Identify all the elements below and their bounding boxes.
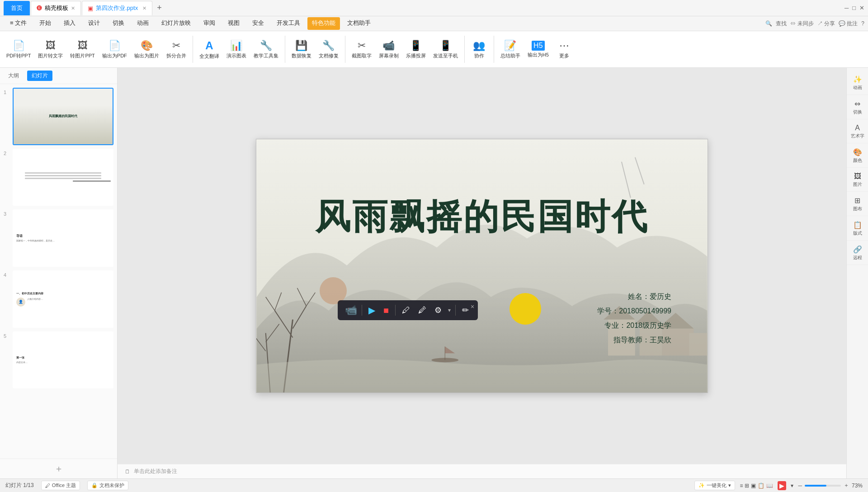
user-maximize[interactable]: □	[852, 5, 856, 11]
doc-protect-button[interactable]: 🔒 文档未保护	[87, 481, 128, 490]
add-slide-button[interactable]: ＋	[54, 463, 63, 475]
slide-thumb-5[interactable]: 第一张 内容文本…	[13, 331, 113, 389]
tab-add-button[interactable]: +	[153, 1, 165, 15]
share-label[interactable]: ↗ 分享	[817, 20, 835, 28]
tab-start[interactable]: 开始	[33, 16, 57, 31]
slide-thumb-1[interactable]: 风雨飘摇的民国时代	[13, 88, 113, 145]
slide-thumb-3[interactable]: 导语 国家统一，中华民族的团结，是历史…	[13, 209, 113, 267]
tab-design[interactable]: 设计	[82, 16, 106, 31]
list-view-icon[interactable]: ≡	[740, 483, 743, 489]
slide-canvas[interactable]: 风雨飘摇的民国时代 姓名：爱历史 学号：2018050149999 专业：201…	[256, 139, 708, 393]
recording-stop-button[interactable]: ■	[382, 304, 391, 317]
right-btn-transition[interactable]: ⇔ 切换	[847, 96, 868, 119]
right-btn-remote[interactable]: 🔗 远程	[847, 241, 868, 265]
sun-decoration	[509, 293, 541, 325]
recording-play-button[interactable]: ▶	[367, 304, 377, 317]
export-h5-button[interactable]: H5 输出为H5	[525, 39, 552, 60]
search-icon[interactable]: 🔍	[765, 20, 772, 27]
chart-button[interactable]: 📊 演示图表	[224, 38, 249, 61]
right-btn-color[interactable]: 🎨 颜色	[847, 144, 868, 168]
data-recovery-button[interactable]: 💾 数据恢复	[289, 38, 314, 61]
translate-button[interactable]: A 全文翻译	[197, 38, 222, 61]
screenshot-button[interactable]: ✂ 截图取字	[349, 38, 374, 61]
comment-label[interactable]: 💬 批注	[839, 20, 858, 28]
slide-item-4[interactable]: 4 一、初中历史主要内容 👤 人物介绍内容…	[4, 270, 113, 328]
camera-icon: 📹	[345, 304, 357, 316]
tab-slideshow[interactable]: 幻灯片放映	[155, 16, 197, 31]
play-button-group[interactable]: ▶	[778, 481, 786, 490]
collab-button[interactable]: 👥 协作	[468, 38, 490, 61]
right-btn-artword[interactable]: A 艺术字	[847, 120, 868, 143]
right-btn-version[interactable]: 📋 版式	[847, 217, 868, 241]
pdf-to-ppt-button[interactable]: 📄 PDF转PPT	[4, 38, 33, 61]
teaching-tools-button[interactable]: 🔧 教学工具集	[251, 38, 281, 61]
tab-security[interactable]: 安全	[246, 16, 270, 31]
tab-special[interactable]: 特色功能	[307, 17, 340, 30]
slide-item-2[interactable]: 2	[4, 149, 113, 206]
play-dropdown[interactable]: ▾	[791, 483, 793, 489]
user-minimize[interactable]: ─	[844, 5, 849, 11]
user-close[interactable]: ✕	[859, 5, 864, 11]
reading-view-icon[interactable]: 📖	[766, 483, 773, 489]
sidebar-tab-outline[interactable]: 大纲	[4, 71, 24, 81]
canvas-wrapper[interactable]: 风雨飘摇的民国时代 姓名：爱历史 学号：2018050149999 专业：201…	[118, 68, 846, 464]
send-phone-button[interactable]: 📱 发送至手机	[430, 38, 461, 61]
tab-file[interactable]: ▣ 第四次作业.pptx ✕	[82, 1, 152, 15]
recording-close-button[interactable]: ×	[471, 303, 474, 310]
img-to-text-button[interactable]: 🖼 图片转文字	[35, 38, 66, 61]
slide-item-3[interactable]: 3 导语 国家统一，中华民族的团结，是历史…	[4, 209, 113, 267]
office-icon: 🖊	[45, 483, 50, 488]
rec-divider1	[362, 305, 362, 316]
doc-repair-button[interactable]: 🔧 文档修复	[316, 38, 341, 61]
slide-view-icon[interactable]: ▣	[751, 483, 756, 489]
tab-doc-helper[interactable]: 文档助手	[341, 16, 377, 31]
slide-thumb-2[interactable]	[13, 149, 113, 206]
beautify-button[interactable]: ✨ 一键美化 ▾	[694, 481, 735, 490]
tab-template[interactable]: 🅚 稿壳模板 ✕	[31, 1, 81, 15]
rec-tool-2[interactable]: 🖉	[416, 305, 428, 316]
tab-home[interactable]: 首页	[4, 1, 30, 15]
rec-tool-pen[interactable]: ✏	[460, 304, 471, 316]
zoom-in-button[interactable]: ＋	[844, 482, 849, 489]
export-pdf-button[interactable]: 📄 输出为PDF	[99, 38, 130, 61]
right-btn-animation[interactable]: ✨ 动画	[847, 71, 868, 95]
notes-placeholder[interactable]: 单击此处添加备注	[134, 468, 177, 475]
zoom-out-button[interactable]: ─	[798, 483, 802, 489]
summary-button[interactable]: 📝 总结助手	[498, 38, 523, 61]
slide-item-5[interactable]: 5 第一张 内容文本…	[4, 331, 113, 389]
tab-insert[interactable]: 插入	[57, 16, 82, 31]
tab-dev[interactable]: 开发工具	[270, 16, 307, 31]
right-btn-image[interactable]: 🖼 图片	[847, 169, 868, 192]
more-button[interactable]: ⋯ 更多	[553, 38, 575, 61]
color-icon: 🎨	[853, 148, 862, 156]
slide-item-1[interactable]: 1 风雨飘摇的民国时代	[4, 88, 113, 145]
tab-transition[interactable]: 切换	[106, 16, 131, 31]
slide-title[interactable]: 风雨飘摇的民国时代	[283, 194, 680, 241]
rec-dropdown[interactable]: ▾	[448, 307, 451, 313]
note-view-icon[interactable]: 📋	[758, 483, 764, 489]
ribbon-content: 📄 PDF转PPT 🖼 图片转文字 🖼 转图片PPT 📄 输出为PDF 🎨 输出…	[0, 31, 868, 67]
to-img-ppt-button[interactable]: 🖼 转图片PPT	[67, 38, 97, 61]
magic-icon: ✨	[698, 483, 705, 488]
h5-icon: H5	[532, 41, 544, 51]
right-btn-layout[interactable]: ⊞ 图布	[847, 193, 868, 216]
img-text-icon: 🖼	[46, 40, 56, 52]
screen-record-button[interactable]: 📹 屏幕录制	[376, 38, 401, 61]
rec-tool-1[interactable]: 🖊	[400, 305, 412, 316]
slide-thumb-4[interactable]: 一、初中历史主要内容 👤 人物介绍内容…	[13, 270, 113, 328]
export-img-button[interactable]: 🎨 输出为图片	[132, 38, 162, 61]
tab-file-menu[interactable]: ≡ 文件	[4, 16, 33, 31]
right-sidebar: ✨ 动画 ⇔ 切换 A 艺术字 🎨 颜色 🖼 图片 ⊞ 图布 📋 版式 🔗	[846, 68, 868, 478]
tab-view[interactable]: 视图	[222, 16, 246, 31]
cast-button[interactable]: 📱 乐播投屏	[403, 38, 429, 61]
search-label[interactable]: 查找	[776, 20, 787, 28]
rec-tool-settings[interactable]: ⚙	[433, 304, 443, 316]
sidebar-tab-slides[interactable]: 幻灯片	[27, 71, 52, 81]
tab-animation[interactable]: 动画	[131, 16, 155, 31]
grid-view-icon[interactable]: ⊞	[745, 483, 749, 489]
help-icon[interactable]: ?	[861, 20, 864, 27]
split-merge-button[interactable]: ✂ 拆分合并	[164, 38, 189, 61]
office-theme-button[interactable]: 🖊 Office 主题	[41, 481, 80, 490]
zoom-slider[interactable]	[805, 485, 841, 487]
tab-review[interactable]: 审阅	[197, 16, 222, 31]
